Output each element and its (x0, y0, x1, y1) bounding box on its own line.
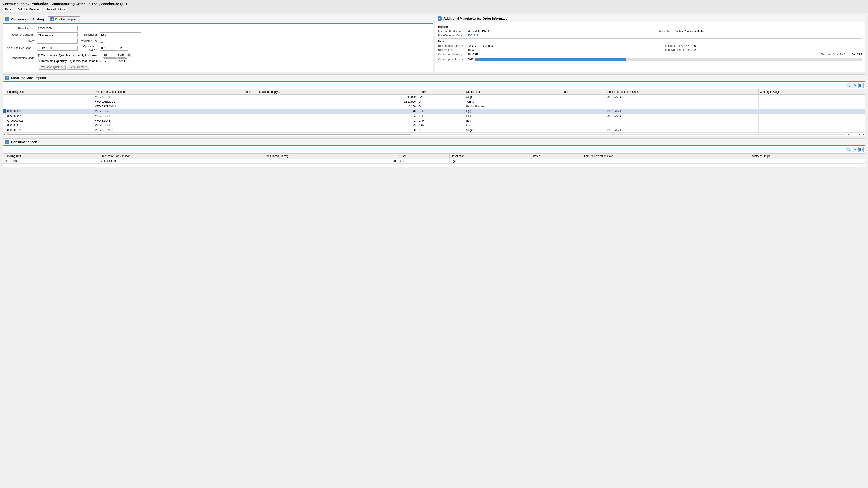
radio-consumption-qty[interactable] (37, 54, 40, 57)
related-links-button[interactable]: Related Links ▾ (44, 7, 67, 12)
cell-auom: G (417, 99, 465, 104)
stock-toggle[interactable]: ▼ (5, 76, 9, 80)
operation-input[interactable] (100, 46, 118, 51)
cell-consumed_qty: 28 (263, 159, 397, 164)
product-input[interactable] (37, 32, 78, 37)
consumed-search-btn[interactable]: 🔍 (846, 147, 851, 152)
scroll-up-arrow[interactable]: ▲ (858, 133, 861, 135)
col-product: Product for Consumption (93, 90, 243, 95)
cell-stock: 40 (243, 109, 417, 113)
post-btn-label: Post Consumption (55, 18, 77, 21)
consumption-posting-toggle[interactable]: ▼ (5, 17, 9, 21)
table-row[interactable]: MFG-SUGAR-199,900PALSugar31.12.2020 (3, 95, 865, 99)
qty-to-consume-input[interactable] (103, 53, 116, 58)
table-row[interactable]: 800001109MFG-SUGAR-198KGSugar31.12.2020 (3, 128, 865, 133)
cell-country (758, 123, 865, 128)
consumed-stock-header: ▼ Consumed Stock (3, 139, 865, 146)
cell-stock: 99,900 (243, 95, 417, 99)
post-consumption-button[interactable]: ▣ Post Consumption (48, 17, 80, 22)
valuation-quantity-button[interactable]: Valuation Quantity (39, 65, 66, 70)
item-num-value: 2 (694, 48, 862, 52)
back-button[interactable]: Back (3, 7, 14, 12)
row-indicator (3, 113, 6, 119)
top-sections: ▼ Consumption Posting ▣ Post Consumption… (3, 15, 865, 74)
cell-auom: CAR (417, 109, 465, 113)
mfg-order-label: Manufacturing Order: (438, 34, 465, 37)
qty-remaining-input[interactable] (103, 58, 117, 63)
cell-description: Sugar (465, 128, 561, 133)
stock-scrollbar-track[interactable] (7, 133, 846, 135)
consumption-posting-header: ▼ Consumption Posting ▣ Post Consumption (3, 15, 433, 24)
cell-auom: KG (417, 128, 465, 133)
progress-row: Consumption Progre.... 39% (438, 58, 862, 61)
radio-remaining-qty[interactable] (37, 59, 40, 62)
consumed-col-product: Product for Consumption (99, 154, 263, 159)
cell-shelf_life (581, 159, 748, 164)
cell-country (758, 119, 865, 123)
cell-country (758, 104, 865, 109)
search-icon-btn[interactable]: 🔍 (846, 83, 851, 88)
cell-country (758, 113, 865, 119)
consumed-scroll-up-btn[interactable]: ▲ (857, 164, 861, 166)
restricted-checkbox[interactable] (100, 39, 103, 43)
consumed-scroll-up: ▲ ▼ (3, 164, 865, 167)
shelf-life-input[interactable] (37, 46, 78, 51)
settings-icon-btn[interactable]: ⚙ (852, 83, 857, 88)
list-item[interactable]: 800000985MFG-EGG-328CAREgg (3, 159, 865, 164)
additional-info-toggle[interactable]: ▼ (438, 17, 442, 21)
consumed-person-btn[interactable]: 👤+ (858, 147, 864, 152)
copy-icon[interactable]: ⧉ (127, 53, 131, 57)
cell-handling_unit (6, 99, 93, 104)
restricted-label: Restricted Use: (78, 39, 100, 43)
consumed-toggle[interactable]: ▼ (5, 140, 9, 144)
description-label: Description: (78, 33, 100, 36)
batch-input[interactable] (37, 39, 78, 43)
toolbar: Back Switch to Reversal Related Links ▾ (3, 7, 865, 12)
cell-country (758, 99, 865, 104)
cell-description: Egg (465, 113, 561, 119)
mfg-order-link[interactable]: 1001721 (468, 34, 655, 37)
cell-shelf_life (606, 104, 758, 109)
cell-country (758, 128, 865, 133)
table-row[interactable]: 800001059MFG-EGG-340CAREgg31.12.2020 (3, 109, 865, 113)
page-header: Consumption by Production - Manufacturin… (0, 0, 868, 13)
consumed-settings-btn[interactable]: ⚙ (852, 147, 857, 152)
consumed-grid: Consumed Quantity .... 78 CAR Required Q… (438, 53, 862, 56)
cell-handling_unit: 800001109 (6, 128, 93, 133)
description-input[interactable] (100, 32, 141, 37)
table-row[interactable]: MFG-VANILLA-19.327,500GVanilla (3, 99, 865, 104)
table-row[interactable]: C700000002MFG-EGG-31CAREgg (3, 119, 865, 123)
cell-batch (561, 113, 606, 119)
col-handling-unit: Handling Unit (6, 90, 93, 95)
req-start-value: 20.02.2014 (468, 44, 481, 47)
header-subsection-title: Header (438, 25, 862, 29)
cell-product: MFG-EGG-3 (93, 119, 243, 123)
cell-description: Vanilla (465, 99, 561, 104)
scroll-left-arrow[interactable]: ◄ (3, 133, 6, 135)
table-row[interactable]: 800000977MFG-EGG-329CAREgg (3, 123, 865, 128)
col-auom: AUoM (417, 90, 465, 95)
scroll-right-arrow[interactable]: ► (847, 133, 850, 135)
cell-product: MFG-EGG-3 (99, 159, 263, 164)
stock-table: Handling Unit Product for Consumption St… (3, 89, 865, 133)
consumed-scroll-down-btn[interactable]: ▼ (861, 164, 864, 166)
cell-handling_unit: C700000002 (6, 119, 93, 123)
cell-product: MFG-VANILLA-1 (93, 99, 243, 104)
radio-consumption-qty-row: Consumption Quantity Quantity to Consu..… (37, 53, 131, 58)
switch-to-reversal-button[interactable]: Switch to Reversal (15, 7, 42, 12)
table-row[interactable]: MFG-BAKPOW-11.200GBaking Powder (3, 104, 865, 109)
cell-product: MFG-BAKPOW-1 (93, 104, 243, 109)
operation-input2[interactable] (119, 46, 128, 51)
finished-product-label: Finished Product or .... (438, 30, 465, 33)
cell-country (758, 95, 865, 99)
serial-number-button[interactable]: Serial Number (67, 65, 89, 70)
handling-unit-input[interactable] (37, 26, 78, 31)
row-indicator (3, 104, 6, 109)
scroll-down-arrow[interactable]: ▼ (862, 133, 865, 135)
progress-label: Consumption Progre.... (438, 58, 466, 61)
table-row[interactable]: 800001647MFG-EGG-33CAREgg31.12.2020 (3, 113, 865, 119)
consumed-table-wrapper: Handling Unit Product for Consumption Co… (3, 153, 865, 164)
shelf-operation-row: Shelf Life Expiration .... Operation or … (5, 45, 430, 51)
person-add-icon-btn[interactable]: 👤+ (858, 83, 864, 88)
cell-auom: CAR (417, 119, 465, 123)
